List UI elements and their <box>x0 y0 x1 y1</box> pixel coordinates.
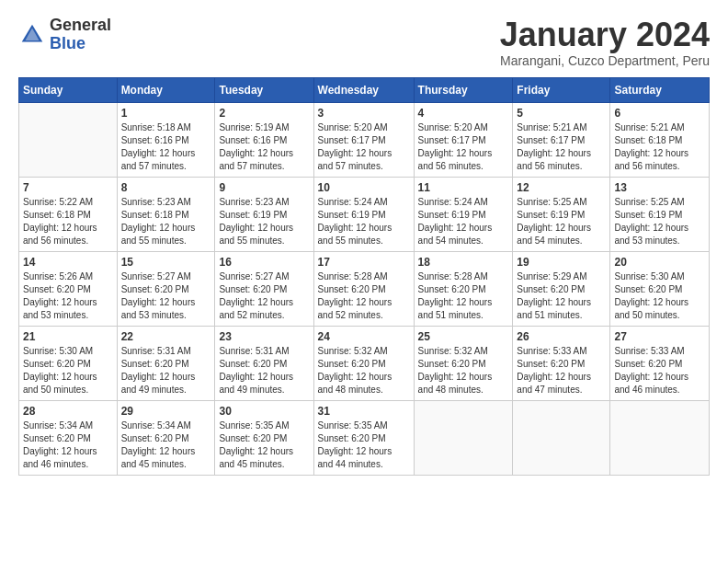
calendar-day-cell: 29Sunrise: 5:34 AM Sunset: 6:20 PM Dayli… <box>117 400 215 475</box>
day-number: 19 <box>517 256 606 269</box>
day-info: Sunrise: 5:21 AM Sunset: 6:17 PM Dayligh… <box>517 121 606 173</box>
calendar-header-friday: Friday <box>513 77 610 102</box>
day-info: Sunrise: 5:22 AM Sunset: 6:18 PM Dayligh… <box>23 196 113 247</box>
day-number: 8 <box>121 181 211 194</box>
calendar-header-thursday: Thursday <box>414 77 513 102</box>
day-info: Sunrise: 5:27 AM Sunset: 6:20 PM Dayligh… <box>121 270 211 322</box>
day-number: 24 <box>318 330 410 343</box>
logo-general: General <box>50 17 111 35</box>
day-number: 23 <box>219 330 309 343</box>
day-info: Sunrise: 5:30 AM Sunset: 6:20 PM Dayligh… <box>23 345 113 396</box>
day-info: Sunrise: 5:34 AM Sunset: 6:20 PM Dayligh… <box>23 419 113 471</box>
calendar-header-tuesday: Tuesday <box>215 77 313 102</box>
calendar-day-cell: 24Sunrise: 5:32 AM Sunset: 6:20 PM Dayli… <box>313 326 414 400</box>
calendar-day-cell: 8Sunrise: 5:23 AM Sunset: 6:18 PM Daylig… <box>117 177 215 251</box>
day-number: 2 <box>219 107 309 120</box>
calendar-day-cell: 13Sunrise: 5:25 AM Sunset: 6:19 PM Dayli… <box>610 177 710 251</box>
title-block: January 2024 Marangani, Cuzco Department… <box>500 17 710 68</box>
header: General Blue January 2024 Marangani, Cuz… <box>18 17 710 68</box>
day-info: Sunrise: 5:27 AM Sunset: 6:20 PM Dayligh… <box>219 270 309 322</box>
day-info: Sunrise: 5:35 AM Sunset: 6:20 PM Dayligh… <box>318 419 410 471</box>
calendar-header-sunday: Sunday <box>19 77 118 102</box>
calendar-week-row: 21Sunrise: 5:30 AM Sunset: 6:20 PM Dayli… <box>19 326 710 400</box>
day-number: 5 <box>517 107 606 120</box>
calendar-day-cell: 23Sunrise: 5:31 AM Sunset: 6:20 PM Dayli… <box>215 326 313 400</box>
month-title: January 2024 <box>500 17 710 53</box>
logo: General Blue <box>18 17 111 53</box>
day-info: Sunrise: 5:21 AM Sunset: 6:18 PM Dayligh… <box>614 121 705 173</box>
day-info: Sunrise: 5:23 AM Sunset: 6:18 PM Dayligh… <box>121 196 211 247</box>
calendar-day-cell: 11Sunrise: 5:24 AM Sunset: 6:19 PM Dayli… <box>414 177 513 251</box>
day-number: 3 <box>318 107 410 120</box>
day-info: Sunrise: 5:33 AM Sunset: 6:20 PM Dayligh… <box>614 345 705 396</box>
day-number: 9 <box>219 181 309 194</box>
calendar-day-cell: 25Sunrise: 5:32 AM Sunset: 6:20 PM Dayli… <box>414 326 513 400</box>
day-info: Sunrise: 5:34 AM Sunset: 6:20 PM Dayligh… <box>121 419 211 471</box>
day-number: 18 <box>418 256 509 269</box>
calendar-day-cell: 16Sunrise: 5:27 AM Sunset: 6:20 PM Dayli… <box>215 251 313 326</box>
calendar-day-cell: 31Sunrise: 5:35 AM Sunset: 6:20 PM Dayli… <box>313 400 414 475</box>
day-info: Sunrise: 5:29 AM Sunset: 6:20 PM Dayligh… <box>517 270 606 322</box>
day-number: 21 <box>23 330 113 343</box>
calendar-header-row: SundayMondayTuesdayWednesdayThursdayFrid… <box>19 77 710 102</box>
calendar-day-cell: 15Sunrise: 5:27 AM Sunset: 6:20 PM Dayli… <box>117 251 215 326</box>
calendar-day-cell: 5Sunrise: 5:21 AM Sunset: 6:17 PM Daylig… <box>513 102 610 177</box>
day-number: 15 <box>121 256 211 269</box>
day-info: Sunrise: 5:20 AM Sunset: 6:17 PM Dayligh… <box>418 121 509 173</box>
calendar-day-cell: 7Sunrise: 5:22 AM Sunset: 6:18 PM Daylig… <box>19 177 118 251</box>
day-info: Sunrise: 5:23 AM Sunset: 6:19 PM Dayligh… <box>219 196 309 247</box>
day-info: Sunrise: 5:24 AM Sunset: 6:19 PM Dayligh… <box>318 196 410 247</box>
calendar-day-cell: 21Sunrise: 5:30 AM Sunset: 6:20 PM Dayli… <box>19 326 118 400</box>
day-info: Sunrise: 5:35 AM Sunset: 6:20 PM Dayligh… <box>219 419 309 471</box>
day-info: Sunrise: 5:24 AM Sunset: 6:19 PM Dayligh… <box>418 196 509 247</box>
calendar-header-saturday: Saturday <box>610 77 710 102</box>
calendar-day-cell: 26Sunrise: 5:33 AM Sunset: 6:20 PM Dayli… <box>513 326 610 400</box>
calendar-day-cell: 10Sunrise: 5:24 AM Sunset: 6:19 PM Dayli… <box>313 177 414 251</box>
day-number: 14 <box>23 256 113 269</box>
calendar-day-cell: 4Sunrise: 5:20 AM Sunset: 6:17 PM Daylig… <box>414 102 513 177</box>
day-info: Sunrise: 5:18 AM Sunset: 6:16 PM Dayligh… <box>121 121 211 173</box>
day-number: 4 <box>418 107 509 120</box>
day-number: 31 <box>318 405 410 418</box>
calendar-week-row: 7Sunrise: 5:22 AM Sunset: 6:18 PM Daylig… <box>19 177 710 251</box>
page-container: General Blue January 2024 Marangani, Cuz… <box>0 0 728 485</box>
day-number: 25 <box>418 330 509 343</box>
day-number: 10 <box>318 181 410 194</box>
day-info: Sunrise: 5:28 AM Sunset: 6:20 PM Dayligh… <box>318 270 410 322</box>
day-info: Sunrise: 5:31 AM Sunset: 6:20 PM Dayligh… <box>121 345 211 396</box>
calendar-day-cell: 30Sunrise: 5:35 AM Sunset: 6:20 PM Dayli… <box>215 400 313 475</box>
calendar-day-cell: 3Sunrise: 5:20 AM Sunset: 6:17 PM Daylig… <box>313 102 414 177</box>
calendar-day-cell <box>513 400 610 475</box>
calendar-day-cell <box>19 102 118 177</box>
day-info: Sunrise: 5:25 AM Sunset: 6:19 PM Dayligh… <box>614 196 705 247</box>
day-info: Sunrise: 5:19 AM Sunset: 6:16 PM Dayligh… <box>219 121 309 173</box>
calendar-day-cell: 27Sunrise: 5:33 AM Sunset: 6:20 PM Dayli… <box>610 326 710 400</box>
day-number: 13 <box>614 181 705 194</box>
calendar-day-cell: 17Sunrise: 5:28 AM Sunset: 6:20 PM Dayli… <box>313 251 414 326</box>
day-number: 6 <box>614 107 705 120</box>
day-number: 27 <box>614 330 705 343</box>
day-number: 28 <box>23 405 113 418</box>
logo-text: General Blue <box>50 17 111 53</box>
calendar-day-cell: 22Sunrise: 5:31 AM Sunset: 6:20 PM Dayli… <box>117 326 215 400</box>
day-number: 16 <box>219 256 309 269</box>
calendar-header-monday: Monday <box>117 77 215 102</box>
day-info: Sunrise: 5:25 AM Sunset: 6:19 PM Dayligh… <box>517 196 606 247</box>
calendar-day-cell: 19Sunrise: 5:29 AM Sunset: 6:20 PM Dayli… <box>513 251 610 326</box>
calendar-day-cell: 12Sunrise: 5:25 AM Sunset: 6:19 PM Dayli… <box>513 177 610 251</box>
day-info: Sunrise: 5:33 AM Sunset: 6:20 PM Dayligh… <box>517 345 606 396</box>
day-number: 11 <box>418 181 509 194</box>
calendar-day-cell: 28Sunrise: 5:34 AM Sunset: 6:20 PM Dayli… <box>19 400 118 475</box>
day-info: Sunrise: 5:26 AM Sunset: 6:20 PM Dayligh… <box>23 270 113 322</box>
day-number: 1 <box>121 107 211 120</box>
calendar-day-cell <box>610 400 710 475</box>
calendar-week-row: 14Sunrise: 5:26 AM Sunset: 6:20 PM Dayli… <box>19 251 710 326</box>
day-info: Sunrise: 5:32 AM Sunset: 6:20 PM Dayligh… <box>418 345 509 396</box>
day-number: 26 <box>517 330 606 343</box>
calendar-day-cell: 6Sunrise: 5:21 AM Sunset: 6:18 PM Daylig… <box>610 102 710 177</box>
day-number: 12 <box>517 181 606 194</box>
calendar-day-cell: 14Sunrise: 5:26 AM Sunset: 6:20 PM Dayli… <box>19 251 118 326</box>
calendar-week-row: 1Sunrise: 5:18 AM Sunset: 6:16 PM Daylig… <box>19 102 710 177</box>
day-number: 20 <box>614 256 705 269</box>
calendar-day-cell <box>414 400 513 475</box>
